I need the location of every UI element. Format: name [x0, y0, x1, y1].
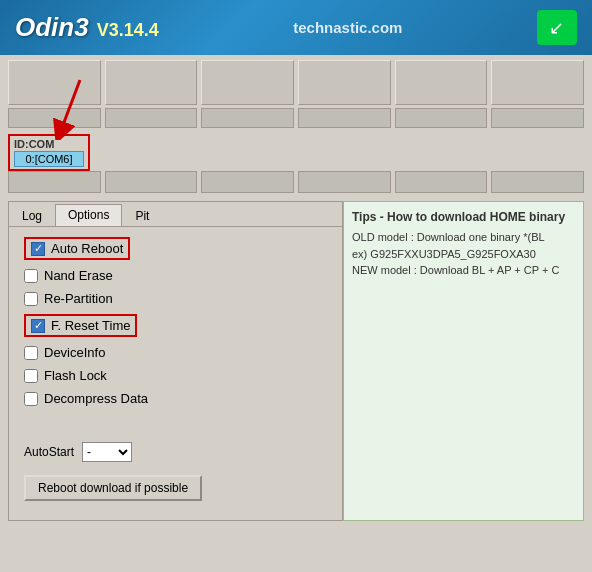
slot-1[interactable]: [8, 60, 101, 105]
auto-reboot-label[interactable]: Auto Reboot: [51, 241, 123, 256]
left-panel: Log Options Pit ✓ Auto Reboot Nand Erase: [8, 201, 343, 521]
slot-small-6: [491, 108, 584, 128]
autostart-label: AutoStart: [24, 445, 74, 459]
tab-log[interactable]: Log: [9, 205, 55, 226]
nand-erase-checkbox[interactable]: [24, 269, 38, 283]
app-title: Odin3: [15, 12, 89, 43]
id-com-label: ID:COM: [14, 138, 84, 150]
extra-slot-1: [8, 171, 101, 193]
tips-line2: ex) G925FXXU3DPA5_G925FOXA30: [352, 246, 575, 263]
reboot-btn-area: Reboot download if possible: [9, 470, 342, 506]
f-reset-time-label[interactable]: F. Reset Time: [51, 318, 130, 333]
watermark: technastic.com: [293, 19, 402, 36]
decompress-data-row: Decompress Data: [24, 391, 327, 406]
slot-2[interactable]: [105, 60, 198, 105]
slot-3[interactable]: [201, 60, 294, 105]
slot-small-2: [105, 108, 198, 128]
nand-erase-label[interactable]: Nand Erase: [44, 268, 113, 283]
f-reset-time-row: ✓ F. Reset Time: [24, 314, 327, 337]
flash-lock-row: Flash Lock: [24, 368, 327, 383]
tips-line3: NEW model : Download BL + AP + CP + C: [352, 262, 575, 279]
slot-small-3: [201, 108, 294, 128]
device-info-label[interactable]: DeviceInfo: [44, 345, 105, 360]
extra-slot-3: [201, 171, 294, 193]
reboot-download-button[interactable]: Reboot download if possible: [24, 475, 202, 501]
extra-slot-5: [395, 171, 488, 193]
slot-small-5: [395, 108, 488, 128]
flash-lock-checkbox[interactable]: [24, 369, 38, 383]
slots-area: [0, 55, 592, 128]
nand-erase-row: Nand Erase: [24, 268, 327, 283]
header-icon: ↙: [537, 10, 577, 45]
re-partition-row: Re-Partition: [24, 291, 327, 306]
header: Odin3 V3.14.4 technastic.com ↙: [0, 0, 592, 55]
device-info-row: DeviceInfo: [24, 345, 327, 360]
download-icon: ↙: [549, 17, 564, 39]
id-com-value: 0:[COM6]: [14, 151, 84, 167]
tab-options[interactable]: Options: [55, 204, 122, 226]
re-partition-checkbox[interactable]: [24, 292, 38, 306]
flash-lock-label[interactable]: Flash Lock: [44, 368, 107, 383]
app-version: V3.14.4: [97, 20, 159, 41]
main-area: Log Options Pit ✓ Auto Reboot Nand Erase: [0, 196, 592, 526]
re-partition-label[interactable]: Re-Partition: [44, 291, 113, 306]
extra-slot-4: [298, 171, 391, 193]
extra-slots: [0, 171, 592, 193]
slot-row-1: [8, 60, 584, 105]
tabs-bar: Log Options Pit: [9, 202, 342, 227]
tips-title: Tips - How to download HOME binary: [352, 210, 575, 224]
autostart-row: AutoStart - 1 2 3: [9, 434, 342, 470]
auto-reboot-checkbox[interactable]: ✓: [31, 242, 45, 256]
f-reset-time-checkbox[interactable]: ✓: [31, 319, 45, 333]
tab-pit[interactable]: Pit: [122, 205, 162, 226]
id-com-area: ID:COM 0:[COM6]: [0, 130, 592, 171]
auto-reboot-highlight: ✓ Auto Reboot: [24, 237, 130, 260]
tips-line1: OLD model : Download one binary *(BL: [352, 229, 575, 246]
slot-small-4: [298, 108, 391, 128]
decompress-data-checkbox[interactable]: [24, 392, 38, 406]
slot-6[interactable]: [491, 60, 584, 105]
slot-row-2: [8, 108, 584, 128]
extra-slot-2: [105, 171, 198, 193]
options-content: ✓ Auto Reboot Nand Erase Re-Partition ✓ …: [9, 227, 342, 424]
slot-4[interactable]: [298, 60, 391, 105]
slot-5[interactable]: [395, 60, 488, 105]
decompress-data-label[interactable]: Decompress Data: [44, 391, 148, 406]
right-panel: Tips - How to download HOME binary OLD m…: [343, 201, 584, 521]
slot-row-3: [8, 171, 584, 193]
autostart-select[interactable]: - 1 2 3: [82, 442, 132, 462]
id-com-box: ID:COM 0:[COM6]: [8, 134, 90, 171]
extra-slot-6: [491, 171, 584, 193]
f-reset-time-highlight: ✓ F. Reset Time: [24, 314, 137, 337]
slot-small-1: [8, 108, 101, 128]
auto-reboot-row: ✓ Auto Reboot: [24, 237, 327, 260]
device-info-checkbox[interactable]: [24, 346, 38, 360]
